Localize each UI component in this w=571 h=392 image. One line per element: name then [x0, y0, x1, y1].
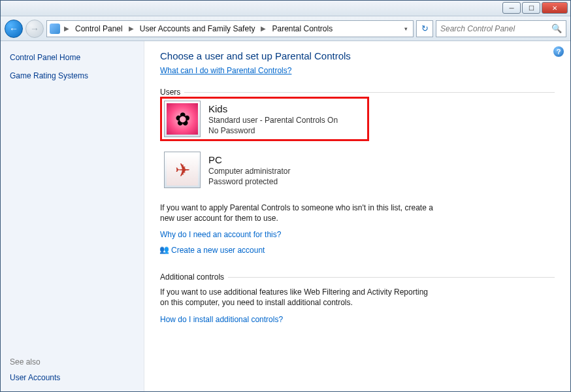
search-input[interactable]: Search Control Panel 🔍 [436, 20, 566, 37]
minimize-button[interactable]: ─ [502, 2, 521, 14]
breadcrumb-item[interactable]: User Accounts and Family Safety [138, 24, 257, 33]
user-row[interactable]: ✈PCComputer administratorPassword protec… [160, 148, 369, 192]
apply-info-text: If you want to apply Parental Controls t… [160, 203, 434, 223]
forward-button[interactable]: → [25, 20, 44, 38]
window-controls: ─ ☐ ✕ [502, 2, 568, 14]
users-icon [160, 246, 169, 255]
user-avatar: ✈ [164, 152, 201, 188]
content-area: Control Panel Home Game Rating Systems S… [1, 41, 570, 391]
chevron-right-icon: ▶ [259, 25, 267, 32]
breadcrumb-item[interactable]: Control Panel [73, 24, 125, 33]
search-placeholder: Search Control Panel [440, 24, 515, 33]
breadcrumb-bar[interactable]: ▶ Control Panel ▶ User Accounts and Fami… [46, 20, 414, 37]
maximize-button[interactable]: ☐ [522, 2, 540, 14]
arrow-left-icon: ← [9, 24, 18, 34]
user-name: PC [208, 154, 290, 165]
users-section-label: Users [160, 88, 180, 97]
close-button[interactable]: ✕ [542, 2, 568, 14]
breadcrumb-item[interactable]: Parental Controls [270, 24, 334, 33]
refresh-icon: ↻ [421, 24, 429, 33]
additional-section-label: Additional controls [160, 272, 224, 282]
create-user-link[interactable]: Create a new user account [171, 246, 265, 255]
user-meta: PCComputer administratorPassword protect… [208, 154, 290, 186]
breadcrumb-dropdown[interactable]: ▾ [401, 25, 410, 32]
divider [184, 92, 555, 93]
sidebar-bottom: See also User Accounts [10, 357, 135, 382]
user-name: Kids [208, 103, 338, 114]
help-link[interactable]: What can I do with Parental Controls? [160, 66, 291, 75]
search-icon: 🔍 [551, 24, 562, 33]
main-panel: ? Choose a user and set up Parental Cont… [144, 41, 570, 391]
sidebar-link-ratings[interactable]: Game Rating Systems [10, 71, 135, 80]
chevron-right-icon: ▶ [127, 25, 135, 32]
navigation-bar: ← → ▶ Control Panel ▶ User Accounts and … [1, 16, 570, 41]
user-desc-1: Computer administrator [208, 167, 290, 176]
explorer-window: { "titlebar": { "min_tip": "Minimize", "… [0, 0, 571, 392]
help-icon[interactable]: ? [553, 46, 564, 57]
user-desc-1: Standard user - Parental Controls On [208, 116, 338, 125]
sidebar-link-home[interactable]: Control Panel Home [10, 53, 135, 62]
arrow-right-icon: → [30, 24, 39, 34]
user-avatar: ✿ [164, 101, 201, 137]
sidebar-top: Control Panel Home Game Rating Systems [10, 50, 135, 90]
chevron-right-icon: ▶ [63, 25, 71, 32]
sidebar-link-user-accounts[interactable]: User Accounts [10, 373, 135, 382]
refresh-button[interactable]: ↻ [416, 20, 433, 37]
user-row[interactable]: ✿KidsStandard user - Parental Controls O… [160, 97, 369, 141]
page-title: Choose a user and set up Parental Contro… [160, 50, 555, 61]
window-titlebar: ─ ☐ ✕ [1, 1, 570, 16]
control-panel-icon [50, 24, 60, 34]
see-also-label: See also [10, 357, 135, 367]
divider [228, 277, 555, 278]
additional-info-text: If you want to use additional features l… [160, 287, 434, 308]
install-controls-link[interactable]: How do I install additional controls? [160, 315, 283, 324]
user-desc-2: Password protected [208, 177, 290, 186]
back-button[interactable]: ← [5, 20, 23, 38]
sidebar: Control Panel Home Game Rating Systems S… [1, 41, 144, 391]
why-account-link[interactable]: Why do I need an account for this? [160, 230, 281, 239]
user-meta: KidsStandard user - Parental Controls On… [208, 103, 338, 135]
user-desc-2: No Password [208, 126, 338, 135]
